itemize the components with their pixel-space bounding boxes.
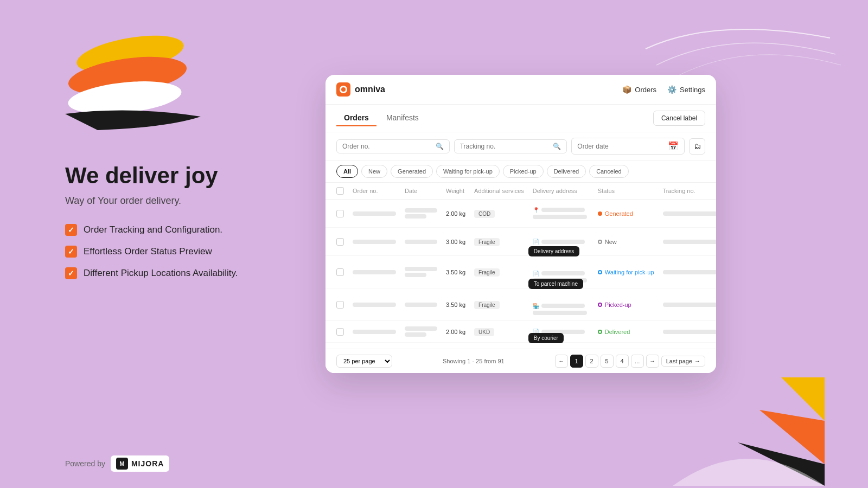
cell-tracking	[659, 321, 717, 343]
cell-delivery-address: To parcel machine 🏪	[528, 288, 593, 321]
showing-text: Showing 1 - 25 from 91	[443, 358, 505, 364]
cell-checkbox	[326, 288, 348, 321]
cell-service: Fragile	[470, 228, 528, 256]
feature-check-3	[65, 267, 77, 279]
tab-orders[interactable]: Orders	[336, 110, 376, 126]
tracking-search-icon: 🔍	[553, 143, 561, 150]
nav-settings[interactable]: ⚙️ Settings	[667, 85, 705, 94]
pill-canceled[interactable]: Canceled	[589, 165, 628, 178]
cell-checkbox	[326, 200, 348, 228]
filter-icon-button[interactable]: 🗂	[689, 138, 705, 155]
pill-generated[interactable]: Generated	[391, 165, 433, 178]
last-page-label: Last page	[666, 358, 692, 364]
cell-date	[400, 200, 442, 228]
left-hero-section: We deliver joy Way of Your order deliver…	[65, 163, 238, 289]
tabs-container: Orders Manifests	[336, 110, 426, 126]
col-weight: Weight	[442, 183, 470, 200]
order-search-icon: 🔍	[436, 143, 444, 150]
orders-table: Order no. Date Weight Additional service…	[326, 183, 716, 356]
tracking-no-input[interactable]	[460, 143, 550, 150]
col-status: Status	[593, 183, 659, 200]
cell-date	[400, 228, 442, 256]
archive-icon: 🗂	[694, 142, 701, 150]
col-checkbox	[326, 183, 348, 200]
last-page-btn[interactable]: Last page →	[661, 356, 705, 367]
order-no-input[interactable]	[342, 143, 432, 150]
settings-nav-icon: ⚙️	[667, 85, 676, 94]
svg-marker-3	[781, 377, 825, 421]
window-header: omniva 📦 Orders ⚙️ Settings	[326, 75, 716, 105]
page-5-btn[interactable]: 5	[601, 355, 614, 368]
pill-delivered[interactable]: Delivered	[547, 165, 586, 178]
cell-date	[400, 288, 442, 321]
cell-tracking	[659, 256, 717, 288]
table-row: 3.50 kg Fragile Delivery address 📄	[326, 256, 716, 288]
filter-row: 🔍 🔍 📅 🗂	[326, 132, 716, 160]
mijora-brand-text: MIJORA	[131, 459, 164, 468]
pill-all[interactable]: All	[336, 165, 358, 178]
prev-page-btn[interactable]: ←	[555, 355, 568, 368]
table-row: 2.00 kg UKD 📄 Delivered	[326, 321, 716, 343]
feature-check-1	[65, 224, 77, 236]
cell-tracking	[659, 288, 717, 321]
order-no-search: 🔍	[336, 139, 450, 153]
table-row: 3.00 kg Fragile 📄 New	[326, 228, 716, 256]
feature-item-1: Order Tracking and Configuration.	[65, 224, 238, 236]
order-date-filter: 📅	[571, 138, 685, 155]
decorative-bottom-circle	[640, 442, 749, 488]
page-2-btn[interactable]: 2	[585, 355, 598, 368]
orders-table-container: Order no. Date Weight Additional service…	[326, 183, 716, 356]
cell-date	[400, 321, 442, 343]
cell-delivery-address: 📍	[528, 200, 593, 228]
cell-order-no	[348, 200, 400, 228]
table-row: 3.50 kg Fragile To parcel machine 🏪	[326, 288, 716, 321]
omniva-logo-inner	[340, 86, 347, 93]
calendar-icon: 📅	[668, 141, 679, 151]
cell-checkbox	[326, 321, 348, 343]
cell-weight: 2.00 kg	[442, 321, 470, 343]
cell-service: Fragile	[470, 256, 528, 288]
cell-order-no	[348, 256, 400, 288]
cell-status: New	[593, 228, 659, 256]
cell-service: COD	[470, 200, 528, 228]
col-date: Date	[400, 183, 442, 200]
pill-waiting[interactable]: Waiting for pick-up	[436, 165, 500, 178]
status-pills: All New Generated Waiting for pick-up Pi…	[326, 160, 716, 183]
mijora-icon: M	[116, 458, 128, 470]
col-additional-services: Additional services	[470, 183, 528, 200]
page-nav: ← 1 2 5 4 ... → Last page →	[555, 355, 705, 368]
pill-new[interactable]: New	[361, 165, 387, 178]
nav-orders[interactable]: 📦 Orders	[622, 85, 656, 94]
col-tracking-no: Tracking no.	[659, 183, 717, 200]
cell-weight: 2.00 kg	[442, 200, 470, 228]
cell-status: Delivered	[593, 321, 659, 343]
feature-check-2	[65, 246, 77, 258]
col-delivery-address: Delivery address	[528, 183, 593, 200]
table-header-row: Order no. Date Weight Additional service…	[326, 183, 716, 200]
app-window: omniva 📦 Orders ⚙️ Settings Orders Manif…	[326, 75, 716, 373]
logo-area: omniva	[336, 82, 385, 97]
cell-date	[400, 256, 442, 288]
cell-weight: 3.50 kg	[442, 256, 470, 288]
col-order-no: Order no.	[348, 183, 400, 200]
page-1-btn[interactable]: 1	[570, 355, 583, 368]
per-page-select[interactable]: 25 per page 50 per page 100 per page	[336, 355, 392, 368]
cell-tracking	[659, 200, 717, 228]
page-ellipsis-btn[interactable]: ...	[631, 355, 644, 368]
next-page-btn[interactable]: →	[646, 355, 659, 368]
feature-list: Order Tracking and Configuration. Effort…	[65, 224, 238, 279]
orders-nav-icon: 📦	[622, 85, 631, 94]
cell-weight: 3.50 kg	[442, 288, 470, 321]
table-row: 2.00 kg COD 📍 Generated	[326, 200, 716, 228]
order-date-input[interactable]	[577, 143, 665, 150]
pill-picked-up[interactable]: Picked-up	[503, 165, 544, 178]
feature-item-3: Different Pickup Locations Availability.	[65, 267, 238, 279]
cell-service: Fragile	[470, 288, 528, 321]
cell-order-no	[348, 228, 400, 256]
cancel-label-button[interactable]: Cancel label	[653, 111, 705, 126]
header-nav: 📦 Orders ⚙️ Settings	[622, 85, 705, 94]
cell-status: Generated	[593, 200, 659, 228]
omniva-brand-text: omniva	[355, 85, 385, 94]
page-4-btn[interactable]: 4	[616, 355, 629, 368]
tab-manifests[interactable]: Manifests	[379, 110, 426, 126]
